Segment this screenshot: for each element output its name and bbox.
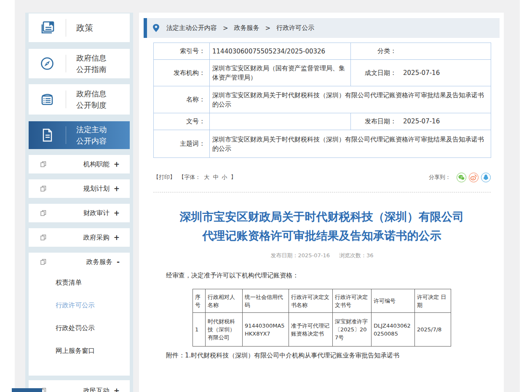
table-row: 1 时代财税科技（深圳）有限公司 91440300MA5HKX8YX7 准予许可… <box>193 313 451 347</box>
compass-icon <box>29 56 66 71</box>
article-publish-meta: 发布日期：2025-07-16 浏览次数：36 <box>153 252 491 259</box>
permit-result-table: 序号 行政相对人名称 统一社会信用代码 行政许可决定文书名称 行政许可决定文书号… <box>192 289 451 347</box>
breadcrumb-item-gov-services[interactable]: 政务服务 <box>234 24 259 32</box>
main-content: 法定主动公开内容 > 政务服务 > 行政许可公示 索引号： 1144030600… <box>139 13 504 392</box>
weibo-share-icon[interactable] <box>469 173 479 182</box>
sidebar-subitem-duty-list[interactable]: 权责清单 <box>29 271 130 294</box>
expand-toggle[interactable]: + <box>114 160 120 168</box>
meta-date-written-value: 2025-07-16 <box>403 69 440 77</box>
menu-item-label: 政府采购 <box>50 233 114 242</box>
col-序号: 序号 <box>193 289 206 313</box>
cell-决定日期: 2025/7/8 <box>415 313 451 347</box>
cell-文书名称: 准予许可代理记账资格决定书 <box>289 313 333 347</box>
wechat-share-icon[interactable] <box>457 173 466 182</box>
print-button[interactable]: 【打印】 <box>153 174 175 180</box>
menu-item-label: 机构职能 <box>50 160 114 169</box>
sidebar-subitem-online-service[interactable]: 网上服务窗口 <box>29 339 130 362</box>
font-size-label-end: 】 <box>231 174 236 180</box>
breadcrumb-separator: > <box>265 24 271 32</box>
divider <box>66 91 66 108</box>
font-size-label: 【字体： <box>179 174 201 180</box>
sidebar: 政策 政府信息公开指南 <box>25 13 133 392</box>
partial-nav-element <box>12 388 42 392</box>
sidebar-section-gov-services: 政务服务 - 权责清单 行政许可公示 行政处罚公示 网上服务窗口 <box>29 253 130 376</box>
table-header-row: 序号 行政相对人名称 统一社会信用代码 行政许可决定文书名称 行政许可决定文书号… <box>193 289 451 313</box>
meta-name-label: 名称： <box>154 86 210 113</box>
cell-许可编号: DLJZ44030620250085 <box>372 313 415 347</box>
share-label: 分享到： <box>429 173 451 181</box>
expand-toggle[interactable]: + <box>114 387 120 392</box>
sidebar-subitem-admin-permit[interactable]: 行政许可公示 <box>29 294 130 317</box>
sidebar-item-gov-services[interactable]: 政务服务 - <box>29 253 130 271</box>
toolbar-left: 【打印】 【字体： 大 中 小 】 <box>153 173 238 181</box>
sidebar-item-policy[interactable]: 政策 <box>29 13 130 42</box>
meta-keywords-value: 深圳市宝安区财政局关于时代财税科技（深圳）有限公司代理记账资格许可审批结果及告知… <box>210 130 491 158</box>
meta-issuer-value: 深圳市宝安区财政局（国有资产监督管理局、集体资产管理局） <box>210 60 351 86</box>
sidebar-item-finance-audit[interactable]: 财政审计 + <box>29 204 130 222</box>
qq-share-icon[interactable] <box>481 173 491 182</box>
font-size-small-button[interactable]: 小 <box>222 174 227 180</box>
col-文书号: 行政许可决定文书号 <box>333 289 372 313</box>
breadcrumb-item-legal-disclosure[interactable]: 法定主动公开内容 <box>166 24 217 32</box>
sidebar-item-label: 法定主动公开内容 <box>76 124 112 147</box>
divider <box>66 55 66 72</box>
document-meta-table: 索引号： 114403060075505234/2025-00326 分类： 发… <box>153 43 491 158</box>
publish-date: 发布日期：2025-07-16 <box>270 252 330 259</box>
col-信用代码: 统一社会信用代码 <box>243 289 289 313</box>
share-bar: 分享到： <box>429 173 491 182</box>
col-许可编号: 许可编号 <box>372 289 415 313</box>
article-toolbar: 【打印】 【字体： 大 中 小 】 分享到： <box>153 171 491 183</box>
cell-信用代码: 91440300MA5HKX8YX7 <box>243 313 289 347</box>
font-size-medium-button[interactable]: 中 <box>213 174 218 180</box>
sidebar-item-info-system[interactable]: 政府信息公开制度 <box>29 84 130 115</box>
book-icon <box>29 21 66 35</box>
location-pin-icon <box>153 24 159 32</box>
col-相对人名称: 行政相对人名称 <box>206 289 243 313</box>
sidebar-item-planning[interactable]: 规划计划 + <box>29 179 130 198</box>
sidebar-subitem-admin-penalty[interactable]: 行政处罚公示 <box>29 317 130 339</box>
divider <box>66 19 66 37</box>
sidebar-item-legal-disclosure[interactable]: 法定主动公开内容 <box>29 121 130 149</box>
page-icon <box>40 235 46 240</box>
meta-issuer-label: 发布机构： <box>154 60 210 86</box>
page-icon <box>40 186 46 192</box>
meta-category-cell: 分类： <box>351 43 491 60</box>
divider <box>66 126 66 144</box>
col-决定日期: 许可决定 日期 <box>415 289 451 313</box>
cell-序号: 1 <box>193 313 206 347</box>
breadcrumb-accent-bar <box>144 18 147 38</box>
collapse-toggle[interactable]: - <box>117 258 120 266</box>
sidebar-item-org-functions[interactable]: 机构职能 + <box>29 155 130 173</box>
cell-文书号: 深宝财准许字〔2025〕207号 <box>333 313 372 347</box>
document-list-icon <box>29 93 66 106</box>
meta-publish-date-label: 发布日期： <box>364 117 396 125</box>
meta-publish-date-cell: 发布日期：2025-07-16 <box>351 113 491 130</box>
expand-toggle[interactable]: + <box>114 209 120 217</box>
menu-item-label: 财政审计 <box>50 209 114 218</box>
sidebar-item-public-interaction[interactable]: 政民互动 + <box>29 380 130 392</box>
font-size-large-button[interactable]: 大 <box>204 174 209 180</box>
menu-item-label: 规划计划 <box>50 184 114 193</box>
menu-item-label: 政民互动 <box>50 387 114 392</box>
meta-index-value: 114403060075505234/2025-00326 <box>210 43 351 60</box>
col-文书名称: 行政许可决定文书名称 <box>289 289 333 313</box>
page-icon <box>40 210 46 216</box>
meta-doc-no-label: 文号： <box>154 113 210 130</box>
breadcrumb-separator: > <box>223 24 228 32</box>
sidebar-item-info-guide[interactable]: 政府信息公开指南 <box>29 49 130 78</box>
meta-category-label: 分类： <box>364 47 396 55</box>
view-count: 浏览次数：36 <box>339 252 374 259</box>
menu-item-label: 政务服务 <box>50 258 117 267</box>
meta-publish-date-value: 2025-07-16 <box>403 117 440 125</box>
sidebar-item-gov-procurement[interactable]: 政府采购 + <box>29 228 130 247</box>
expand-toggle[interactable]: + <box>114 184 120 193</box>
expand-toggle[interactable]: + <box>114 233 120 242</box>
page-icon <box>40 161 46 167</box>
article-intro: 经审查，决定准予许可以下机构代理记账资格： <box>166 272 299 280</box>
breadcrumb-item-admin-permit[interactable]: 行政许可公示 <box>276 24 314 32</box>
article-title: 深圳市宝安区财政局关于时代财税科技（深圳）有限公司代理记账资格许可审批结果及告知… <box>174 207 469 245</box>
attachment-line: 附件：1.时代财税科技（深圳）有限公司中介机构从事代理记账业务审批告知承诺书 <box>166 352 399 360</box>
sidebar-item-label: 政府信息公开指南 <box>76 52 112 75</box>
dashed-divider <box>153 192 491 192</box>
meta-date-written-label: 成文日期： <box>364 69 396 77</box>
